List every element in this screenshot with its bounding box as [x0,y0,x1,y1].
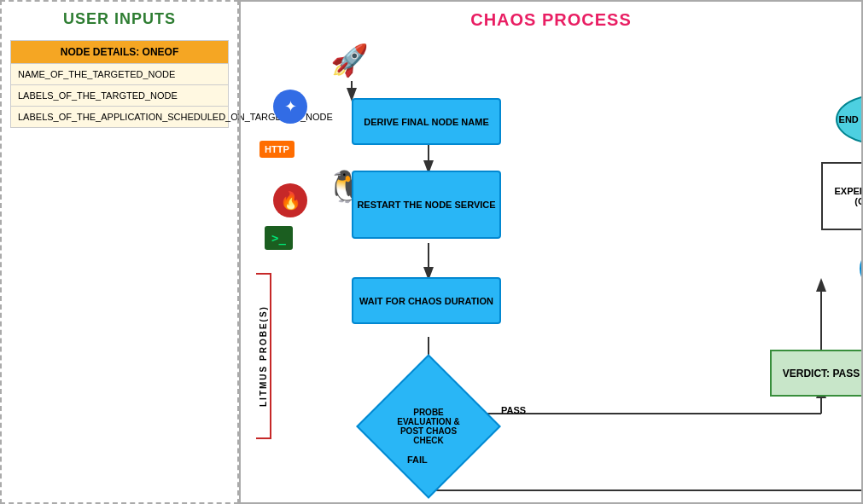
fire-icon: 🔥 [273,183,307,217]
right-panel: CHAOS PROCESS [239,0,863,504]
chaos-title: CHAOS PROCESS [241,2,861,30]
derive-final-node-box: DERIVE FINAL NODE NAME [352,98,501,145]
node-detail-row-3: LABELS_OF_THE_APPLICATION_SCHEDULED_ON_T… [10,107,229,128]
terminal-icon: >_ [265,226,293,250]
probe-evaluation-diamond: PROBE EVALUATION & POST CHAOS CHECK [356,354,501,499]
k8s-icon: ✦ [273,90,307,124]
node-detail-row-2: LABELS_OF_THE_TARGTED_NODE [10,85,229,107]
merge-circle: ⊕ [860,247,863,290]
verdict-pass-box: VERDICT: PASS [770,350,863,397]
restart-node-service-box: RESTART THE NODE SERVICE [352,171,501,239]
flow-arrows [241,30,861,496]
flow-area: 🚀 ✦ HTTP 🔥 >_ LITMUS PROBE(S) 🐧 DERIVE F… [241,30,861,496]
end-experiment-ellipse: END EXPERIMENT [836,94,863,145]
rocket-icon: 🚀 [330,43,369,78]
node-details-header: NODE DETAILS: ONEOF [10,40,229,64]
litmus-probe-label: LITMUS PROBE(S) [256,273,271,439]
probe-evaluation-label: PROBE EVALUATION & POST CHAOS CHECK [386,408,471,445]
fail-label: FAIL [407,455,428,465]
wait-for-chaos-box: WAIT FOR CHAOS DURATION [352,277,501,324]
node-detail-row-1: NAME_OF_THE_TARGETED_NODE [10,64,229,85]
pass-label: PASS [501,405,526,415]
http-badge: HTTP [259,141,294,158]
left-panel: USER INPUTS NODE DETAILS: ONEOF NAME_OF_… [0,0,239,504]
user-inputs-title: USER INPUTS [10,10,229,28]
experiment-state-box: EXPERIMENT STATE (C.RESULT) [821,162,863,230]
